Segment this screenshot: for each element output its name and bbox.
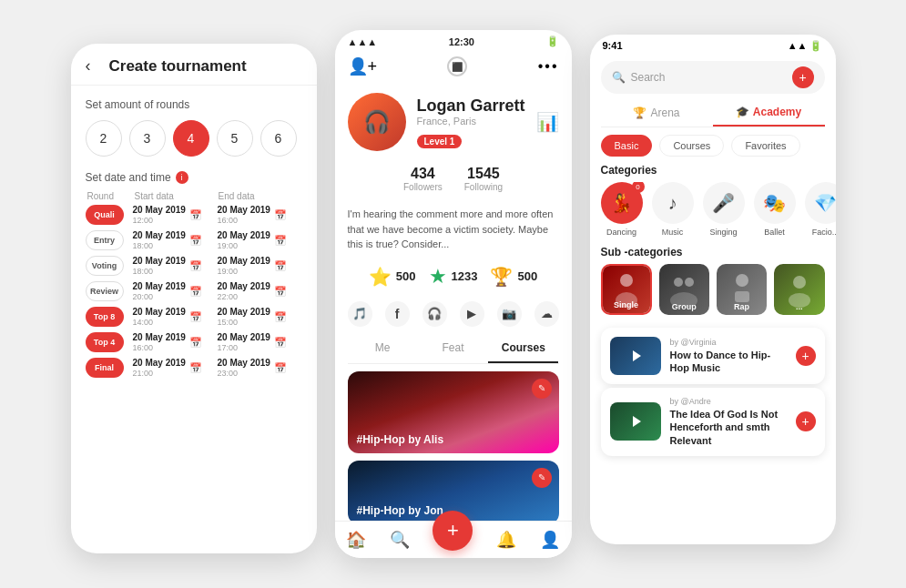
filter-courses[interactable]: Courses <box>659 135 724 157</box>
video-info-2: by @Andre The Idea Of God Is Not Hencefo… <box>670 397 787 447</box>
top4-end[interactable]: 20 May 2019 17:00 📅 <box>218 332 302 352</box>
search-input[interactable]: Search <box>631 71 787 84</box>
top8-badge: Top 8 <box>86 307 124 327</box>
category-dancing[interactable]: 💃 0 Dancing <box>601 182 643 237</box>
table-row: Voting 20 May 2019 18:00 📅 20 May 2019 1… <box>86 256 302 276</box>
category-singing[interactable]: 🎤 Singing <box>703 182 745 237</box>
status-icons-3: ▲▲ 🔋 <box>788 40 823 52</box>
video-add-button-1[interactable]: + <box>796 346 816 366</box>
add-nav-button[interactable]: + <box>433 511 473 551</box>
entry-start[interactable]: 20 May 2019 18:00 📅 <box>133 230 218 250</box>
profile-nav-icon[interactable]: 👤 <box>540 530 560 550</box>
record-icon[interactable]: ⬛ <box>447 56 467 76</box>
tab-courses[interactable]: Courses <box>488 334 558 363</box>
bell-nav-icon[interactable]: 🔔 <box>496 530 516 550</box>
top8-end[interactable]: 20 May 2019 15:00 📅 <box>218 307 302 327</box>
tab-feat[interactable]: Feat <box>418 334 488 363</box>
voting-end[interactable]: 20 May 2019 19:00 📅 <box>218 256 302 276</box>
calendar-icon: 📅 <box>189 362 202 374</box>
music-label: Music <box>662 228 684 237</box>
video-thumb-1 <box>610 337 661 375</box>
round-btn-6[interactable]: 6 <box>260 120 297 157</box>
arena-icon: 🏆 <box>633 106 646 119</box>
achievements-row: ⭐ 500 ★ 1233 🏆 500 <box>335 261 572 296</box>
review-end[interactable]: 20 May 2019 22:00 📅 <box>218 281 302 301</box>
home-nav-icon[interactable]: 🏠 <box>346 530 366 550</box>
subcat-more[interactable]: ... <box>774 264 824 315</box>
video-card-2[interactable]: by @Andre The Idea Of God Is Not Hencefo… <box>601 388 825 456</box>
edit-icon[interactable]: ✎ <box>532 468 552 488</box>
round-btn-3[interactable]: 3 <box>129 120 166 157</box>
video-info-1: by @Virginia How to Dance to Hip-Hop Mus… <box>670 338 787 375</box>
search-add-button[interactable]: + <box>792 66 814 88</box>
top4-start[interactable]: 20 May 2019 16:00 📅 <box>133 332 218 352</box>
soundcloud-icon[interactable]: ☁ <box>534 301 559 327</box>
academy-screen: 9:41 ▲▲ 🔋 🔍 Search + 🏆 Arena 🎓 Academy B… <box>590 35 836 544</box>
course-card-1[interactable]: #Hip-Hop by Alis ✎ <box>348 371 559 453</box>
video-author-2: by @Andre <box>670 397 787 406</box>
tab-arena[interactable]: 🏆 Arena <box>601 99 713 127</box>
back-button[interactable]: ‹ <box>86 56 91 76</box>
more-icon[interactable]: ••• <box>538 58 559 75</box>
calendar-icon: 📅 <box>274 235 287 247</box>
status-bar: ▲▲▲ 12:30 🔋 <box>335 30 572 51</box>
subcat-rap[interactable]: Rap <box>717 264 767 315</box>
rounds-label: Set amount of rounds <box>86 98 302 111</box>
entry-end[interactable]: 20 May 2019 19:00 📅 <box>218 230 302 250</box>
calendar-icon: 📅 <box>189 286 202 298</box>
edit-icon[interactable]: ✎ <box>532 379 552 399</box>
facebook-icon[interactable]: f <box>385 301 410 327</box>
category-ballet[interactable]: 🎭 Ballet <box>754 182 796 237</box>
quali-end[interactable]: 20 May 2019 16:00 📅 <box>218 205 302 225</box>
final-end[interactable]: 20 May 2019 23:00 📅 <box>218 358 302 378</box>
youtube-icon[interactable]: ▶ <box>460 301 484 327</box>
final-badge: Final <box>86 358 124 378</box>
subcat-single[interactable]: Single <box>601 264 652 315</box>
top8-start[interactable]: 20 May 2019 14:00 📅 <box>133 307 218 327</box>
singing-icon: 🎤 <box>712 192 735 214</box>
music-social-icon[interactable]: 🎵 <box>348 301 372 327</box>
achievement-trophy: 🏆 500 <box>490 265 537 289</box>
status-time-3: 9:41 <box>603 40 623 52</box>
round-btn-5[interactable]: 5 <box>217 120 253 157</box>
achievement-stars: ⭐ 500 <box>369 265 416 289</box>
category-facio[interactable]: 💎 Facio... <box>805 182 836 237</box>
stats-row: 434 Followers 1545 Following <box>335 160 572 201</box>
filter-favorites[interactable]: Favorites <box>731 135 799 157</box>
tab-me[interactable]: Me <box>348 334 418 363</box>
datetime-label: Set date and time i <box>86 171 302 184</box>
stats-chart-icon[interactable]: 📊 <box>536 111 559 133</box>
achievement-value: 500 <box>517 269 537 283</box>
spotify-icon[interactable]: 🎧 <box>422 301 447 327</box>
entry-badge: Entry <box>86 230 124 250</box>
search-bar[interactable]: 🔍 Search + <box>601 61 825 94</box>
tab-academy[interactable]: 🎓 Academy <box>713 99 825 127</box>
filter-basic[interactable]: Basic <box>601 135 653 157</box>
final-start[interactable]: 20 May 2019 21:00 📅 <box>133 358 218 378</box>
battery-icon: 🔋 <box>546 35 559 47</box>
calendar-icon: 📅 <box>274 311 287 323</box>
add-friend-icon[interactable]: 👤+ <box>348 56 378 76</box>
search-nav-icon[interactable]: 🔍 <box>390 530 410 550</box>
table-header: Round Start data End data <box>86 191 302 201</box>
category-music[interactable]: ♪ Music <box>652 182 694 237</box>
instagram-icon[interactable]: 📷 <box>497 301 522 327</box>
singing-label: Singing <box>709 228 737 237</box>
video-add-button-2[interactable]: + <box>796 411 816 431</box>
voting-start[interactable]: 20 May 2019 18:00 📅 <box>133 256 218 276</box>
dancing-icon-wrap: 💃 0 <box>601 182 643 224</box>
review-start[interactable]: 20 May 2019 20:00 📅 <box>133 281 218 301</box>
quali-start[interactable]: 20 May 2019 12:00 📅 <box>133 205 218 225</box>
video-card-1[interactable]: by @Virginia How to Dance to Hip-Hop Mus… <box>601 328 825 384</box>
subcategories-label: Sub -categories <box>590 246 836 264</box>
voting-badge: Voting <box>86 256 124 276</box>
trophy-icon: 🏆 <box>490 266 513 288</box>
academy-icon: 🎓 <box>736 106 749 118</box>
round-btn-2[interactable]: 2 <box>86 120 122 157</box>
subcat-group[interactable]: Group <box>659 264 709 315</box>
round-btn-4[interactable]: 4 <box>173 120 209 157</box>
quali-badge: Quali <box>86 205 124 225</box>
categories-row: 💃 0 Dancing ♪ Music 🎤 Singing 🎭 Ballet <box>590 182 836 246</box>
calendar-icon: 📅 <box>189 260 202 272</box>
bottom-nav: 🏠 🔍 + 🔔 👤 <box>335 521 572 558</box>
